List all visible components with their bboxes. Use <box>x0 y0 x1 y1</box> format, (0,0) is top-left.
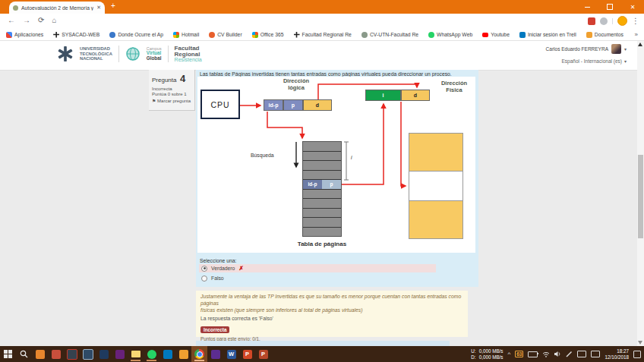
bookmark-apps[interactable]: Aplicaciones <box>6 32 43 38</box>
start-button[interactable] <box>0 346 16 362</box>
taskbar-app-store[interactable] <box>48 346 64 362</box>
bookmark-donde-ocurre[interactable]: Donde Ocurre el Ap <box>109 32 163 38</box>
extension-icon[interactable] <box>600 17 608 25</box>
date: 12/10/2018 <box>605 354 629 360</box>
taskbar-trello[interactable] <box>159 346 175 362</box>
bookmark-hotmail[interactable]: Hotmail <box>173 32 199 38</box>
scroll-up-icon[interactable] <box>638 42 642 46</box>
question-info-panel: Pregunta 4 Incorrecta Puntúa 0 sobre 1 ⚑… <box>149 70 195 111</box>
taskbar-app-pc[interactable] <box>80 346 96 362</box>
system-tray: U:0,000 MB/s D:0,000 MB/s ^ 63 18:27 12/… <box>471 348 644 360</box>
flag-icon: ⚑ <box>152 99 156 103</box>
result-badge: Incorrecta <box>200 326 229 333</box>
office-icon <box>252 32 258 38</box>
wifi-icon[interactable] <box>542 351 550 357</box>
bookmark-youtube[interactable]: Youtube <box>482 32 510 37</box>
language-selector[interactable]: Español - Internacional (es) ▾ <box>546 58 627 64</box>
battery-icon[interactable] <box>528 351 538 357</box>
bookmark-whatsapp[interactable]: WhatsApp Web <box>428 32 472 38</box>
trello-icon <box>519 32 526 38</box>
utn-asterisk-icon <box>294 32 300 38</box>
tray-expand-icon[interactable]: ^ <box>507 351 510 357</box>
chevron-down-icon: ▾ <box>624 46 627 52</box>
microsoft-icon <box>173 32 179 38</box>
new-tab-button[interactable]: + <box>111 2 115 10</box>
touchpad-icon[interactable] <box>591 351 600 357</box>
radio-selected[interactable] <box>201 266 207 272</box>
bookmark-facultad[interactable]: Facultad Regional Re <box>294 32 352 38</box>
reload-icon[interactable]: ⟳ <box>38 16 44 24</box>
campus-globe-icon <box>125 46 140 61</box>
adblock-extension-icon[interactable] <box>588 17 595 25</box>
bookmark-trello[interactable]: Iniciar sesión en Trell <box>519 32 576 38</box>
utn-asterisk-icon <box>53 32 59 38</box>
select-one-prompt: Seleccione una: <box>200 258 236 263</box>
taskbar-app-mail[interactable] <box>96 346 112 362</box>
next-question-block <box>196 341 450 346</box>
taskbar-file-explorer[interactable] <box>128 346 144 362</box>
minimize-icon <box>585 7 590 8</box>
scroll-down-icon[interactable] <box>638 341 642 345</box>
whatsapp-icon <box>428 32 434 38</box>
utn-logo-icon <box>57 45 74 63</box>
gray-app-icon <box>361 32 368 38</box>
scroll-thumb[interactable] <box>638 155 643 238</box>
option-falso[interactable]: Falso <box>199 274 436 282</box>
close-button[interactable]: ✕ <box>621 0 644 14</box>
keyboard-icon[interactable] <box>577 351 586 357</box>
screen: Autoevaluación 2 de Memoria y ✕ + ✕ ← → … <box>0 0 644 362</box>
taskbar: W P P U:0,000 MB/s D:0,000 MB/s ^ 63 18:… <box>0 346 644 362</box>
blue-app-icon <box>109 32 115 38</box>
bookmark-cv-builder[interactable]: CV Builder <box>209 32 242 38</box>
tab-title: Autoevaluación 2 de Memoria y <box>21 5 93 11</box>
university-name: UNIVERSIDAD TECNOLÓGICA NACIONAL <box>80 46 112 61</box>
taskbar-publisher[interactable]: P <box>255 346 271 362</box>
bookmarks-overflow-icon[interactable]: » <box>635 31 638 38</box>
taskbar-whatsapp[interactable] <box>144 346 159 362</box>
browser-tab[interactable]: Autoevaluación 2 de Memoria y ✕ <box>9 2 105 14</box>
taskbar-app-video[interactable] <box>32 346 48 362</box>
taskbar-word[interactable]: W <box>223 346 239 362</box>
pen-icon[interactable] <box>566 351 573 357</box>
bookmark-cv-utn[interactable]: CV-UTN-Facultad Re <box>361 32 418 38</box>
bookmark-sysacad[interactable]: SYSACAD-WEB <box>53 32 99 38</box>
question-text: Las tablas de Páginas invertidas tienen … <box>200 71 473 77</box>
campus-virtual-global: Campus Virtual Global <box>147 47 162 61</box>
minimize-button[interactable] <box>576 0 598 14</box>
feedback-text: Justamente la ventaja de las TP Invertid… <box>200 294 463 313</box>
bookmark-office365[interactable]: Office 365 <box>252 32 284 38</box>
browser-menu-icon[interactable]: ⋮ <box>632 17 639 25</box>
taskbar-app-visualstudio[interactable] <box>112 346 128 362</box>
network-speed-widget[interactable]: U:0,000 MB/s D:0,000 MB/s <box>471 348 503 360</box>
question-grade: Puntúa 0 sobre 1 <box>152 92 191 96</box>
radio-unselected[interactable] <box>201 275 207 282</box>
speaker-icon[interactable] <box>554 351 561 357</box>
taskbar-app-purple[interactable] <box>207 346 223 362</box>
maximize-button[interactable] <box>598 0 621 14</box>
bookmark-documentos[interactable]: Documentos <box>586 32 623 38</box>
temperature-widget[interactable]: 63 <box>515 351 523 357</box>
language-label: Español - Internacional (es) <box>561 58 622 64</box>
taskbar-chrome[interactable] <box>191 346 207 362</box>
inverted-page-table-diagram: Dirección lógica Dirección Física CPU id… <box>197 77 475 253</box>
home-icon[interactable]: ⌂ <box>52 16 56 24</box>
divider <box>168 46 169 62</box>
taskbar-app-grid[interactable] <box>175 346 191 362</box>
user-menu[interactable]: Carlos Eduardo FERREYRA ▾ <box>546 44 627 54</box>
flag-question-link[interactable]: ⚑ Marcar pregunta <box>152 98 191 103</box>
option-verdadero[interactable]: Verdadero ✗ <box>199 264 436 272</box>
forward-icon[interactable]: → <box>23 16 30 24</box>
taskbar-powerpoint[interactable]: P <box>239 346 255 362</box>
chevron-down-icon: ▾ <box>624 58 627 64</box>
taskbar-app-photos[interactable] <box>64 346 80 362</box>
clock-widget[interactable]: 18:27 12/10/2018 <box>605 348 629 360</box>
option-label: Falso <box>211 275 224 281</box>
action-center-icon[interactable] <box>633 351 641 358</box>
taskbar-search-icon[interactable] <box>16 346 32 362</box>
browser-toolbar: ← → ⟳ ⌂ ⓘ No seguro frre.cvg.utn.edu.ar/… <box>0 14 644 29</box>
browser-profile-avatar[interactable] <box>617 16 627 26</box>
back-icon[interactable]: ← <box>8 16 15 24</box>
tab-favicon-icon <box>13 5 18 11</box>
scrollbar[interactable] <box>637 41 644 346</box>
tab-close-icon[interactable]: ✕ <box>96 5 101 11</box>
